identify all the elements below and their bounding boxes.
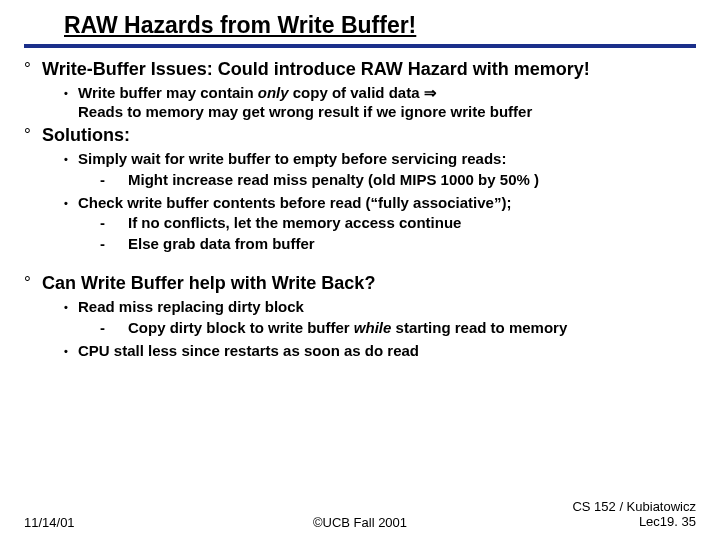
slide-footer: 11/14/01 ©UCB Fall 2001 CS 152 / Kubiato…: [0, 499, 720, 530]
footer-copyright: ©UCB Fall 2001: [248, 515, 472, 530]
bullet-text: Might increase read miss penalty (old MI…: [128, 171, 539, 190]
slide-body: ° Write-Buffer Issues: Could introduce R…: [24, 58, 696, 361]
text-part: copy of valid data: [289, 84, 424, 101]
spacer: [24, 254, 696, 270]
title-wrap: RAW Hazards from Write Buffer!: [24, 12, 696, 40]
bullet-text: Write-Buffer Issues: Could introduce RAW…: [42, 58, 590, 81]
bullet-level1: ° Solutions:: [24, 124, 696, 147]
bullet-text: Else grab data from buffer: [128, 235, 315, 254]
dot-bullet-icon: •: [64, 194, 78, 213]
bullet-level3: - Might increase read miss penalty (old …: [64, 171, 696, 190]
bullet-text: Solutions:: [42, 124, 130, 147]
text-part: starting read to memory: [391, 319, 567, 336]
footer-line: Lec19. 35: [639, 514, 696, 529]
degree-bullet-icon: °: [24, 58, 42, 81]
bullet-text: CPU stall less since restarts as soon as…: [78, 342, 419, 361]
dot-bullet-icon: •: [64, 298, 78, 317]
sub-list: • Write buffer may contain only copy of …: [24, 84, 696, 122]
bullet-text: Can Write Buffer help with Write Back?: [42, 272, 375, 295]
degree-bullet-icon: °: [24, 272, 42, 295]
slide: RAW Hazards from Write Buffer! ° Write-B…: [0, 0, 720, 540]
bullet-text: If no conflicts, let the memory access c…: [128, 214, 461, 233]
footer-line: CS 152 / Kubiatowicz: [572, 499, 696, 514]
text-emphasis: only: [258, 84, 289, 101]
bullet-level3: - Copy dirty block to write buffer while…: [64, 319, 696, 338]
footer-date: 11/14/01: [24, 515, 248, 530]
dot-bullet-icon: •: [64, 342, 78, 361]
bullet-level1: ° Write-Buffer Issues: Could introduce R…: [24, 58, 696, 81]
bullet-level3: - Else grab data from buffer: [64, 235, 696, 254]
bullet-level1: ° Can Write Buffer help with Write Back?: [24, 272, 696, 295]
text-emphasis: while: [354, 319, 392, 336]
bullet-level2: • Read miss replacing dirty block: [64, 298, 696, 317]
dash-bullet-icon: -: [100, 319, 128, 338]
bullet-level2: • Simply wait for write buffer to empty …: [64, 150, 696, 169]
bullet-level2: • Write buffer may contain only copy of …: [64, 84, 696, 122]
dot-bullet-icon: •: [64, 84, 78, 122]
text-part: Copy dirty block to write buffer: [128, 319, 354, 336]
dot-bullet-icon: •: [64, 150, 78, 169]
sub-list: • Simply wait for write buffer to empty …: [24, 150, 696, 254]
dash-bullet-icon: -: [100, 171, 128, 190]
sub-list: • Read miss replacing dirty block - Copy…: [24, 298, 696, 360]
bullet-text: Simply wait for write buffer to empty be…: [78, 150, 506, 169]
degree-bullet-icon: °: [24, 124, 42, 147]
text-part: Write buffer may contain: [78, 84, 258, 101]
bullet-text: Write buffer may contain only copy of va…: [78, 84, 532, 122]
slide-title: RAW Hazards from Write Buffer!: [64, 12, 416, 38]
bullet-text: Copy dirty block to write buffer while s…: [128, 319, 567, 338]
arrow-icon: ⇒: [424, 84, 437, 101]
title-rule: [24, 44, 696, 48]
bullet-text: Read miss replacing dirty block: [78, 298, 304, 317]
bullet-level3: - If no conflicts, let the memory access…: [64, 214, 696, 233]
bullet-text: Check write buffer contents before read …: [78, 194, 511, 213]
footer-course: CS 152 / Kubiatowicz Lec19. 35: [472, 499, 696, 530]
dash-bullet-icon: -: [100, 235, 128, 254]
bullet-level2: • Check write buffer contents before rea…: [64, 194, 696, 213]
text-part: Reads to memory may get wrong result if …: [78, 103, 532, 120]
dash-bullet-icon: -: [100, 214, 128, 233]
bullet-level2: • CPU stall less since restarts as soon …: [64, 342, 696, 361]
